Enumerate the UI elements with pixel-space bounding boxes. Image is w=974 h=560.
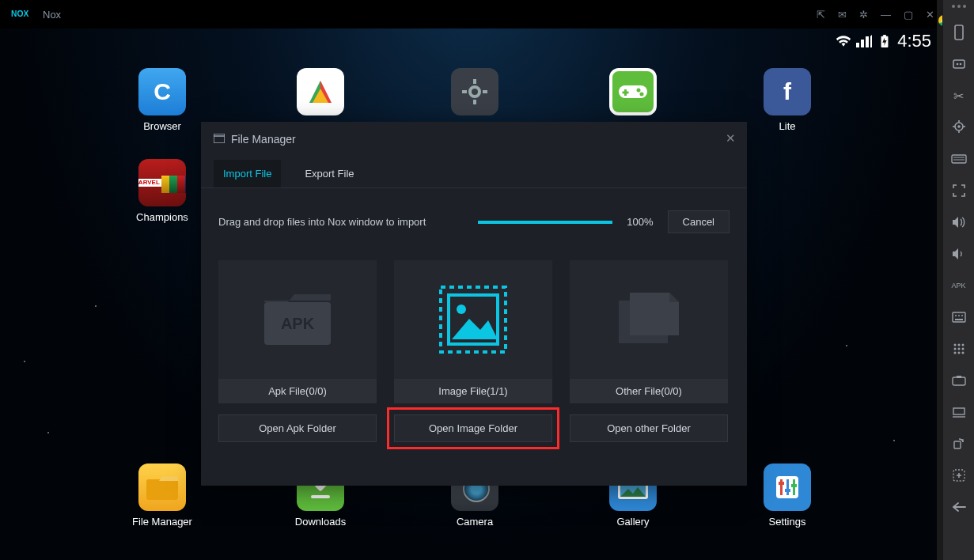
- svg-rect-41: [952, 155, 966, 163]
- open-apk-folder-button[interactable]: Open Apk Folder: [218, 414, 377, 442]
- app-file-manager[interactable]: File Manager: [131, 464, 194, 528]
- svg-rect-12: [146, 479, 178, 500]
- scissors-icon[interactable]: ✂: [950, 87, 968, 104]
- app-android-settings[interactable]: [443, 68, 506, 120]
- svg-rect-19: [786, 479, 789, 495]
- mail-icon[interactable]: ✉: [838, 9, 847, 21]
- window-controls: ⇱ ✉ ✲ — ▢ ✕: [817, 0, 934, 28]
- script-icon[interactable]: [950, 340, 968, 358]
- apk-card-label: Apk File(0/0): [218, 379, 377, 403]
- app-facebook-lite[interactable]: f Lite: [756, 68, 819, 132]
- apk-card[interactable]: APK Apk File(0/0): [218, 260, 377, 403]
- svg-rect-3: [473, 79, 476, 84]
- dialog-tabs: Import File Export File: [201, 160, 747, 188]
- svg-rect-2: [883, 35, 886, 37]
- app-label: Champions: [131, 211, 194, 223]
- vertical-divider: [937, 0, 942, 560]
- open-other-folder-button[interactable]: Open other Folder: [570, 414, 728, 442]
- svg-rect-23: [791, 484, 797, 487]
- svg-point-47: [961, 315, 963, 316]
- nox-logo: NOX: [11, 7, 36, 21]
- progress-row: Drag and drop files into Nox window to i…: [218, 210, 730, 233]
- app-label: Gallery: [601, 516, 665, 528]
- svg-rect-59: [957, 376, 961, 378]
- settings-sliders-icon: [764, 464, 811, 511]
- image-card[interactable]: Image File(1/1): [394, 260, 552, 403]
- dialog-title: File Manager: [231, 133, 296, 146]
- maximize-icon[interactable]: ▢: [904, 9, 913, 21]
- fullscreen-icon[interactable]: [950, 182, 968, 199]
- svg-point-46: [958, 315, 960, 316]
- svg-rect-13: [311, 495, 330, 498]
- file-type-cards: APK Apk File(0/0): [218, 260, 730, 403]
- my-computer-icon[interactable]: [950, 403, 968, 421]
- open-folder-buttons: Open Apk Folder Open Image Folder Open o…: [218, 414, 730, 442]
- cancel-button[interactable]: Cancel: [668, 210, 730, 233]
- dialog-body: Drag and drop files into Nox window to i…: [201, 188, 747, 458]
- highlight-open-image: Open Image Folder: [387, 407, 559, 449]
- titlebar: NOX Nox ⇱ ✉ ✲ — ▢ ✕: [0, 0, 942, 28]
- svg-point-52: [953, 348, 956, 350]
- app-title: Nox: [43, 9, 61, 21]
- sidebar-menu-icon[interactable]: [943, 5, 974, 8]
- svg-point-56: [957, 352, 960, 354]
- svg-point-33: [956, 63, 958, 66]
- location-icon[interactable]: [950, 119, 968, 136]
- svg-rect-9: [623, 92, 629, 94]
- open-image-folder-button[interactable]: Open Image Folder: [394, 414, 552, 442]
- screenshot-icon[interactable]: [950, 372, 968, 389]
- signal-icon: [856, 35, 872, 47]
- back-icon[interactable]: [950, 498, 968, 516]
- app-playstore[interactable]: [289, 68, 352, 120]
- svg-point-50: [957, 344, 960, 346]
- svg-rect-22: [785, 489, 790, 492]
- app-game[interactable]: [601, 68, 665, 120]
- svg-rect-21: [779, 482, 784, 485]
- battery-icon: [877, 35, 893, 47]
- nox-window: NOX Nox ⇱ ✉ ✲ — ▢ ✕ 4:55 C Browser: [0, 0, 942, 560]
- progress-bar: [478, 221, 612, 224]
- wifi-icon: [836, 35, 851, 47]
- file-manager-dialog: File Manager ✕ Import File Export File D…: [201, 122, 747, 486]
- shake-device-icon[interactable]: [950, 24, 968, 41]
- app-settings[interactable]: Settings: [756, 464, 819, 528]
- svg-text:NOX: NOX: [11, 9, 28, 18]
- app-label: Camera: [443, 516, 506, 528]
- gear-icon[interactable]: ✲: [859, 9, 868, 21]
- minimize-icon[interactable]: —: [881, 9, 891, 21]
- svg-rect-48: [955, 319, 963, 320]
- keyboard-icon[interactable]: [950, 150, 968, 168]
- svg-rect-28: [441, 287, 506, 352]
- svg-point-53: [957, 348, 960, 350]
- svg-rect-32: [953, 60, 965, 68]
- image-stamp-icon: [438, 284, 509, 355]
- svg-rect-24: [214, 134, 225, 143]
- close-window-icon[interactable]: ✕: [926, 9, 934, 21]
- tab-export-file[interactable]: Export File: [295, 160, 363, 187]
- volume-up-icon[interactable]: [950, 214, 968, 231]
- other-card[interactable]: Other File(0/0): [570, 260, 728, 403]
- other-card-label: Other File(0/0): [570, 379, 728, 403]
- svg-rect-60: [953, 408, 965, 414]
- add-instance-icon[interactable]: [950, 467, 968, 484]
- volume-down-icon[interactable]: [950, 245, 968, 263]
- status-bar: 4:55: [836, 28, 942, 54]
- app-champions[interactable]: MARVEL Champions: [131, 159, 194, 223]
- documents-icon: [612, 289, 685, 350]
- keyboard-control-icon[interactable]: [950, 308, 968, 326]
- svg-rect-58: [953, 377, 965, 385]
- svg-rect-31: [955, 25, 963, 40]
- svg-point-54: [961, 348, 964, 350]
- pin-icon[interactable]: ⇱: [817, 9, 825, 21]
- tab-import-file[interactable]: Import File: [214, 160, 281, 187]
- virtual-assistant-icon[interactable]: [950, 55, 968, 73]
- rotate-icon[interactable]: [950, 435, 968, 452]
- app-label: Lite: [756, 120, 819, 132]
- gamepad-icon: [609, 68, 657, 115]
- dialog-close-icon[interactable]: ✕: [726, 131, 736, 146]
- app-browser[interactable]: C Browser: [131, 68, 194, 132]
- apk-install-icon[interactable]: APK: [950, 277, 968, 294]
- app-label: File Manager: [131, 516, 194, 528]
- svg-point-34: [959, 63, 961, 66]
- nox-sidebar: ✂ APK: [942, 0, 974, 560]
